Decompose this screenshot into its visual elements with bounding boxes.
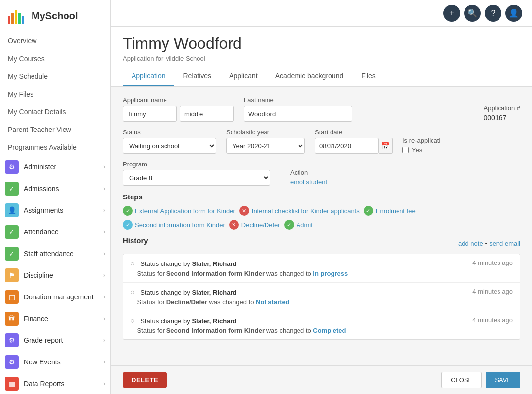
tab-application[interactable]: Application (123, 67, 174, 86)
program-group: Program Grade 8 Grade 7 Grade 9 (123, 161, 270, 186)
step-external-label[interactable]: External Application form for Kinder (135, 207, 235, 215)
discipline-icon: ⚑ (5, 268, 19, 282)
history-action-1: Status change (140, 260, 181, 267)
sidebar-item-grade-report[interactable]: ⚙ Grade report › (0, 329, 110, 351)
last-name-input[interactable] (244, 106, 352, 122)
logo-text: MySchool (32, 10, 78, 22)
history-title: History (123, 236, 148, 245)
first-name-input[interactable] (123, 106, 177, 122)
tab-files[interactable]: Files (352, 67, 385, 86)
history-entry-1: ○ Status change by Slater, Richard 4 min… (123, 254, 520, 283)
finance-icon: 🏛 (5, 312, 19, 326)
reapplication-checkbox[interactable] (402, 147, 409, 153)
step-internal-label[interactable]: Internal checklist for Kinder applicants (252, 207, 360, 215)
step-admit-label[interactable]: Admit (297, 221, 313, 229)
step-internal-icon: ✕ (239, 206, 249, 216)
step-external[interactable]: ✓ External Application form for Kinder (123, 206, 235, 216)
save-button[interactable]: SAVE (486, 372, 520, 388)
send-email-link[interactable]: send email (489, 240, 520, 247)
user-icon[interactable]: 👤 (505, 5, 522, 22)
tab-applicant[interactable]: Applicant (220, 67, 266, 86)
history-by-label-1: by (183, 260, 192, 267)
grade-report-chevron-icon: › (103, 337, 105, 344)
sidebar-item-my-courses[interactable]: My Courses (0, 50, 110, 67)
history-entry-2-action: ○ Status change by Slater, Richard (130, 288, 236, 296)
history-action-3: Status change (140, 317, 181, 325)
sidebar-item-staff-attendance[interactable]: ✓ Staff attendance › (0, 243, 110, 264)
history-bullet-2: ○ (130, 288, 135, 296)
sidebar: MySchool Overview My Courses My Schedule… (0, 0, 111, 394)
svg-rect-3 (18, 13, 21, 24)
sidebar-item-my-contact[interactable]: My Contact Details (0, 103, 110, 121)
sidebar-item-administer[interactable]: ⚙ Administer › (0, 156, 110, 178)
sidebar-item-admissions[interactable]: ✓ Admissions › (0, 178, 110, 199)
add-icon[interactable]: ＋ (443, 5, 460, 22)
step-admit-icon: ✓ (284, 220, 294, 230)
program-select[interactable]: Grade 8 Grade 7 Grade 9 (123, 170, 270, 186)
admissions-label: Admissions (24, 185, 103, 193)
history-author-3: Slater, Richard (192, 317, 236, 325)
staff-attendance-icon: ✓ (5, 247, 19, 261)
form-row-name: Applicant name Last name Application # 0… (123, 97, 520, 122)
grade-report-icon: ⚙ (5, 333, 19, 347)
step-internal[interactable]: ✕ Internal checklist for Kinder applican… (239, 206, 360, 216)
sidebar-item-my-schedule[interactable]: My Schedule (0, 67, 110, 85)
tab-relatives[interactable]: Relatives (174, 67, 221, 86)
step-enrolment[interactable]: ✓ Enrolment fee (364, 206, 416, 216)
history-bullet-3: ○ (130, 316, 135, 325)
calendar-icon[interactable]: 📅 (379, 138, 393, 154)
last-name-group: Last name (244, 97, 352, 122)
page-title: Timmy Woodford (123, 34, 520, 53)
administer-icon: ⚙ (5, 160, 19, 174)
action-group: Action enrol student (290, 169, 327, 186)
help-icon[interactable]: ? (485, 5, 501, 22)
delete-button[interactable]: DELETE (123, 372, 167, 388)
step-second-info[interactable]: ✓ Second information form Kinder (123, 220, 225, 230)
search-icon[interactable]: 🔍 (464, 5, 481, 22)
sidebar-item-programmes[interactable]: Programmes Available (0, 138, 110, 156)
footer: DELETE CLOSE SAVE (111, 365, 532, 394)
sidebar-item-donation[interactable]: ◫ Donation management › (0, 286, 110, 308)
step-enrolment-label[interactable]: Enrolment fee (376, 207, 416, 215)
history-entry-3: ○ Status change by Slater, Richard 4 min… (123, 311, 520, 339)
sidebar-item-discipline[interactable]: ⚑ Discipline › (0, 264, 110, 286)
scholastic-year-select[interactable]: Year 2020-21 Year 2021-22 Year 2022-23 (226, 138, 305, 154)
history-entry-2-meta: ○ Status change by Slater, Richard 4 min… (130, 288, 513, 296)
sidebar-item-attendance[interactable]: ✓ Attendance › (0, 221, 110, 243)
assignments-icon: 👤 (5, 203, 19, 217)
attendance-chevron-icon: › (103, 229, 105, 235)
yes-label: Yes (412, 146, 422, 154)
sidebar-item-new-events[interactable]: ⚙ New Events › (0, 351, 110, 373)
logo-area[interactable]: MySchool (0, 0, 110, 32)
form-row-status: Status Waiting on school Approved Declin… (123, 129, 520, 154)
enrol-student-link[interactable]: enrol student (290, 178, 327, 186)
status-select[interactable]: Waiting on school Approved Declined In p… (123, 138, 216, 154)
close-button[interactable]: CLOSE (441, 372, 482, 388)
step-second-info-label[interactable]: Second information form Kinder (135, 221, 225, 229)
sidebar-item-finance[interactable]: 🏛 Finance › (0, 308, 110, 329)
sidebar-item-assignments[interactable]: 👤 Assignments › (0, 199, 110, 221)
sidebar-item-parent-teacher[interactable]: Parent Teacher View (0, 121, 110, 138)
history-header: History add note - send email (123, 236, 520, 250)
tab-academic[interactable]: Academic background (266, 67, 353, 86)
history-author-2: Slater, Richard (192, 289, 236, 296)
add-note-link[interactable]: add note (458, 240, 483, 247)
step-admit[interactable]: ✓ Admit (284, 220, 313, 230)
middle-name-input[interactable] (180, 106, 234, 122)
steps-section: Steps ✓ External Application form for Ki… (123, 193, 520, 230)
administer-chevron-icon: › (103, 164, 105, 170)
history-entry-3-action: ○ Status change by Slater, Richard (130, 316, 236, 325)
history-bullet-1: ○ (130, 259, 135, 267)
step-decline[interactable]: ✕ Decline/Defer (229, 220, 280, 230)
sidebar-item-overview[interactable]: Overview (0, 32, 110, 50)
history-action-2: Status change (140, 289, 181, 296)
start-date-input[interactable] (315, 138, 379, 154)
step-decline-label[interactable]: Decline/Defer (241, 221, 280, 229)
status-group: Status Waiting on school Approved Declin… (123, 129, 216, 154)
admissions-chevron-icon: › (103, 185, 105, 192)
history-separator: - (485, 239, 490, 247)
status-label: Status (123, 129, 216, 136)
steps-row: ✓ External Application form for Kinder ✕… (123, 206, 520, 230)
sidebar-item-my-files[interactable]: My Files (0, 85, 110, 103)
sidebar-item-data-reports[interactable]: ▦ Data Reports › (0, 373, 110, 394)
